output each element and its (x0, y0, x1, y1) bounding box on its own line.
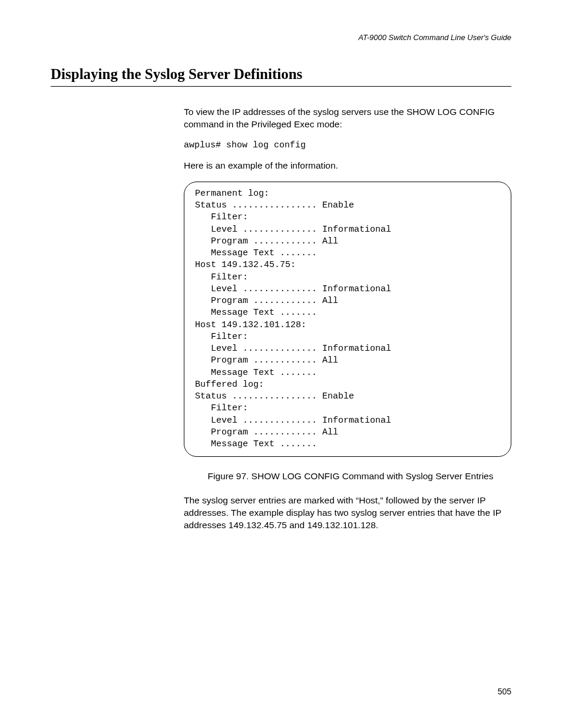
content-area: To view the IP addresses of the syslog s… (184, 106, 511, 541)
document-header: AT-9000 Switch Command Line User's Guide (358, 33, 511, 42)
page-number: 505 (498, 687, 511, 696)
command-line: awplus# show log config (184, 140, 511, 150)
section-heading: Displaying the Syslog Server Definitions (51, 66, 511, 87)
example-lead: Here is an example of the information. (184, 160, 511, 172)
closing-paragraph: The syslog server entries are marked wit… (184, 495, 511, 532)
figure-caption: Figure 97. SHOW LOG CONFIG Command with … (184, 471, 511, 482)
intro-paragraph: To view the IP addresses of the syslog s… (184, 106, 511, 131)
command-output-box: Permanent log: Status ................ E… (184, 182, 511, 457)
